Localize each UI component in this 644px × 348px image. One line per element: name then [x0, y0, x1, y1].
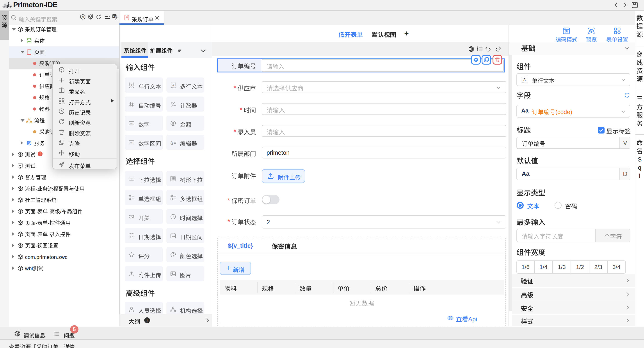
- svg-text:A: A: [523, 77, 526, 82]
- svg-text:A: A: [172, 83, 174, 87]
- svg-text:1~3: 1~3: [130, 141, 133, 143]
- svg-text:A: A: [170, 140, 173, 145]
- svg-text:AI: AI: [82, 16, 84, 18]
- svg-text:A: A: [130, 83, 133, 87]
- svg-text:123: 123: [130, 122, 133, 125]
